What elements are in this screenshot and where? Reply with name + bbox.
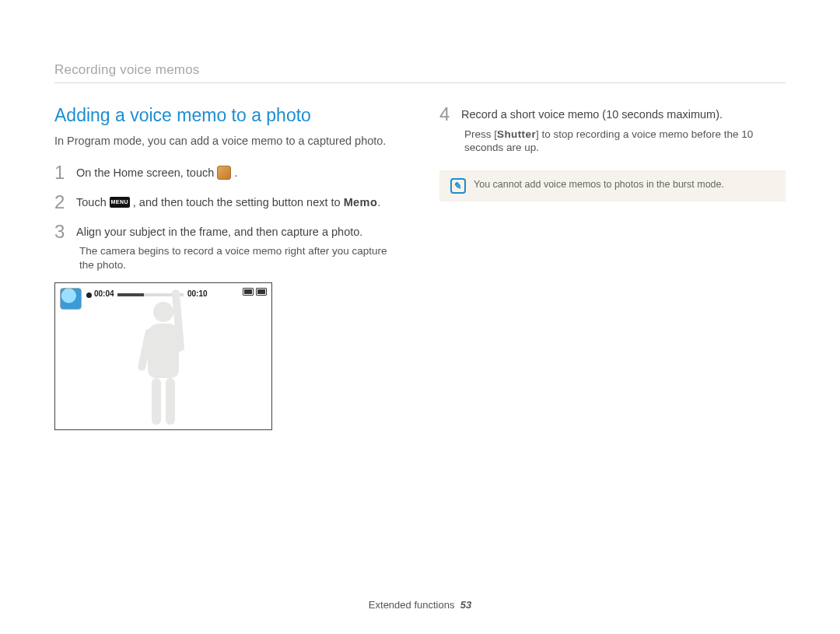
subject-silhouette — [124, 302, 202, 430]
step-text: On the Home screen, touch — [76, 166, 217, 179]
footer-section: Extended functions — [369, 599, 455, 611]
step-note: The camera begins to record a voice memo… — [76, 244, 401, 271]
step-text: , and then touch the setting button next… — [133, 196, 344, 208]
step-number: 1 — [54, 163, 68, 182]
section-title: Adding a voice memo to a photo — [54, 105, 401, 126]
info-icon: ✎ — [450, 178, 466, 194]
step-text: . — [377, 196, 380, 208]
intro-text: In Program mode, you can add a voice mem… — [54, 134, 401, 149]
step-text: Record a short voice memo (10 seconds ma… — [461, 108, 723, 121]
step-number: 3 — [54, 222, 68, 272]
photo-thumbnail-icon — [60, 288, 82, 310]
page-footer: Extended functions 53 — [0, 599, 840, 611]
step-3: 3 Align your subject in the frame, and t… — [54, 222, 401, 272]
manual-page: Recording voice memos Adding a voice mem… — [0, 0, 840, 634]
note-text: Press [ — [464, 128, 497, 140]
storage-icon — [243, 288, 254, 296]
step-number: 4 — [439, 105, 453, 155]
step-body: Record a short voice memo (10 seconds ma… — [461, 105, 786, 155]
step-body: Touch MENU , and then touch the setting … — [76, 193, 401, 212]
divider — [54, 82, 786, 83]
breadcrumb: Recording voice memos — [54, 62, 786, 78]
camera-preview: 00:04 00:10 — [54, 282, 272, 430]
shutter-label: Shutter — [497, 128, 536, 140]
app-mode-icon — [217, 166, 231, 180]
elapsed-time: 00:04 — [94, 289, 114, 298]
status-icons — [243, 288, 267, 296]
step-body: On the Home screen, touch . — [76, 163, 401, 182]
step-body: Align your subject in the frame, and the… — [76, 222, 401, 272]
battery-icon — [256, 288, 267, 296]
total-time: 00:10 — [187, 289, 208, 298]
step-text: . — [234, 166, 237, 179]
page-number: 53 — [460, 599, 471, 611]
record-indicator-icon — [86, 292, 92, 298]
step-2: 2 Touch MENU , and then touch the settin… — [54, 193, 401, 212]
menu-icon: MENU — [110, 197, 130, 208]
step-1: 1 On the Home screen, touch . — [54, 163, 401, 182]
content-columns: Adding a voice memo to a photo In Progra… — [54, 105, 786, 430]
memo-label: Memo — [344, 196, 378, 208]
progress-fill — [117, 293, 144, 296]
step-number: 2 — [54, 193, 68, 212]
info-note-text: You cannot add voice memos to photos in … — [474, 178, 724, 191]
step-4: 4 Record a short voice memo (10 seconds … — [439, 105, 786, 155]
step-text: Touch — [76, 196, 110, 208]
info-note-box: ✎ You cannot add voice memos to photos i… — [439, 170, 786, 201]
step-note: Press [Shutter] to stop recording a voic… — [461, 128, 786, 155]
step-text: Align your subject in the frame, and the… — [76, 226, 362, 238]
left-column: Adding a voice memo to a photo In Progra… — [54, 105, 401, 430]
right-column: 4 Record a short voice memo (10 seconds … — [439, 105, 786, 430]
